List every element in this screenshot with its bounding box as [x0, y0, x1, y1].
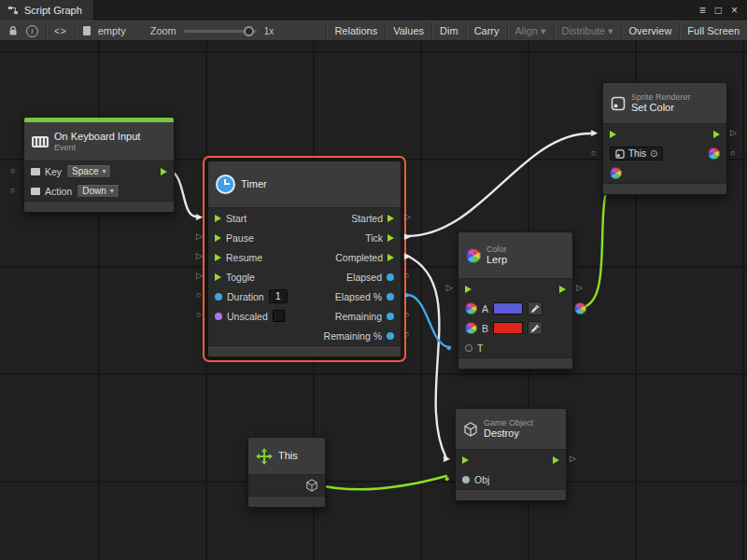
- flow-input-port[interactable]: [465, 286, 472, 293]
- edge-timer-tick-to-setcolor[interactable]: [407, 133, 590, 236]
- port-lerp-t-in[interactable]: [446, 344, 451, 353]
- lock-icon[interactable]: [7, 25, 19, 36]
- port-action-in[interactable]: [10, 187, 15, 195]
- node-on-keyboard-input[interactable]: On Keyboard Input Event Key Space ▾ Acti…: [23, 117, 175, 213]
- edge-timer-completed-to-destroy[interactable]: [407, 256, 446, 458]
- setcolor-flow-row: [603, 124, 726, 144]
- eyedropper-button[interactable]: [528, 301, 543, 315]
- node-timer[interactable]: Timer Start Started Pause Tick Resume Co…: [207, 161, 402, 357]
- port-setcolor-flow-out[interactable]: [730, 129, 737, 137]
- port-lerp-flow-in[interactable]: [446, 284, 453, 292]
- port-toggle-in[interactable]: [196, 272, 203, 280]
- flow-output-port[interactable]: [388, 215, 394, 222]
- node-this[interactable]: This: [247, 437, 326, 508]
- toolbar-left-group: <> empty Zoom 1x: [0, 25, 274, 37]
- float-output-port[interactable]: [387, 273, 394, 281]
- port-elapsed-pct-out[interactable]: [404, 291, 409, 300]
- duration-input[interactable]: 1: [269, 289, 288, 303]
- flow-output-port[interactable]: [161, 168, 167, 175]
- color-b-swatch[interactable]: [493, 322, 523, 334]
- float-output-port[interactable]: [387, 293, 394, 301]
- port-completed-out[interactable]: [404, 252, 411, 260]
- color-port-icon[interactable]: [465, 322, 477, 334]
- started-label: Started: [351, 213, 383, 224]
- port-lerp-color-out[interactable]: [574, 302, 586, 315]
- overview-button[interactable]: Overview: [621, 21, 680, 40]
- action-dropdown[interactable]: Down ▾: [77, 184, 120, 198]
- port-resume-in[interactable]: [196, 252, 203, 260]
- port-tick-out[interactable]: [404, 232, 411, 241]
- port-remaining-pct-out[interactable]: [404, 330, 409, 339]
- flow-input-port[interactable]: [215, 215, 221, 222]
- eyedropper-button[interactable]: [528, 321, 543, 335]
- port-setcolor-flow-in[interactable]: [591, 129, 598, 137]
- unscaled-checkbox[interactable]: [273, 310, 285, 322]
- port-lerp-flow-out[interactable]: [576, 284, 583, 292]
- node-set-color[interactable]: Sprite Renderer Set Color This ⊙: [602, 82, 727, 195]
- info-icon[interactable]: [26, 25, 38, 37]
- flow-output-port[interactable]: [388, 234, 394, 242]
- port-unscaled-in[interactable]: [196, 311, 201, 319]
- port-remaining-out[interactable]: [404, 311, 409, 319]
- zoom-slider[interactable]: [184, 30, 257, 33]
- port-destroy-flow-out[interactable]: [570, 455, 576, 463]
- node-footer: [458, 357, 572, 369]
- port-key-in[interactable]: [10, 167, 15, 175]
- target-object-field[interactable]: This ⊙: [610, 147, 663, 161]
- flow-input-port[interactable]: [215, 254, 221, 261]
- node-footer: [603, 183, 726, 194]
- color-a-swatch[interactable]: [493, 302, 523, 315]
- flow-input-port[interactable]: [610, 131, 616, 138]
- code-view-icon[interactable]: <>: [54, 26, 67, 36]
- window-menu-icon[interactable]: ≡: [698, 4, 708, 17]
- port-start-in[interactable]: [196, 213, 203, 221]
- edge-this-to-destroy-obj[interactable]: [316, 476, 446, 489]
- node-color-lerp[interactable]: Color Lerp A: [458, 231, 573, 370]
- graph-canvas[interactable]: On Keyboard Input Event Key Space ▾ Acti…: [0, 41, 747, 560]
- full-screen-button[interactable]: Full Screen: [679, 21, 747, 40]
- node-footer: [24, 201, 174, 212]
- close-icon[interactable]: ×: [729, 4, 740, 17]
- key-dropdown[interactable]: Space ▾: [66, 164, 111, 178]
- port-setcolor-out[interactable]: [730, 149, 735, 158]
- b-label: B: [482, 323, 488, 334]
- flow-output-port[interactable]: [559, 286, 566, 293]
- float-output-port[interactable]: [387, 332, 394, 340]
- port-elapsed-out[interactable]: [404, 272, 409, 280]
- flow-input-port[interactable]: [462, 456, 469, 464]
- bool-input-port[interactable]: [215, 313, 222, 320]
- obj-input-port[interactable]: [462, 476, 470, 483]
- resume-label: Resume: [226, 252, 262, 263]
- flow-output-port[interactable]: [553, 456, 559, 464]
- relations-button[interactable]: Relations: [326, 21, 385, 40]
- flow-input-port[interactable]: [215, 234, 221, 242]
- float-input-port[interactable]: [215, 293, 222, 301]
- tab-script-graph[interactable]: Script Graph: [0, 0, 94, 21]
- zoom-slider-handle[interactable]: [244, 26, 254, 36]
- object-picker-icon[interactable]: ⊙: [650, 148, 657, 159]
- t-input-port[interactable]: [465, 344, 472, 352]
- sprite-renderer-icon: [615, 149, 625, 159]
- maximize-icon[interactable]: □: [713, 4, 724, 17]
- port-setcolor-target-in[interactable]: [591, 149, 596, 158]
- color-port-icon[interactable]: [465, 302, 477, 315]
- float-output-port[interactable]: [387, 313, 394, 320]
- values-button[interactable]: Values: [385, 21, 431, 40]
- distribute-button[interactable]: Distribute▾: [554, 21, 621, 40]
- dim-button[interactable]: Dim: [431, 21, 466, 40]
- color-output-port[interactable]: [708, 147, 720, 160]
- port-destroy-flow-in[interactable]: [444, 455, 450, 463]
- edge-timer-elapsedpct-to-lerp-t[interactable]: [407, 295, 450, 347]
- flow-input-port[interactable]: [215, 273, 221, 281]
- port-destroy-obj-in[interactable]: [444, 475, 449, 483]
- align-button[interactable]: Align▾: [507, 21, 554, 40]
- color-input-port[interactable]: [610, 167, 622, 179]
- flow-output-port[interactable]: [388, 254, 394, 261]
- port-pause-in[interactable]: [196, 232, 203, 241]
- gameobject-output-port[interactable]: [305, 479, 318, 492]
- flow-output-port[interactable]: [713, 131, 720, 138]
- port-started-out[interactable]: [404, 213, 411, 221]
- carry-button[interactable]: Carry: [466, 21, 507, 40]
- node-destroy[interactable]: Game Object Destroy Obj: [455, 408, 567, 501]
- port-duration-in[interactable]: [196, 291, 201, 300]
